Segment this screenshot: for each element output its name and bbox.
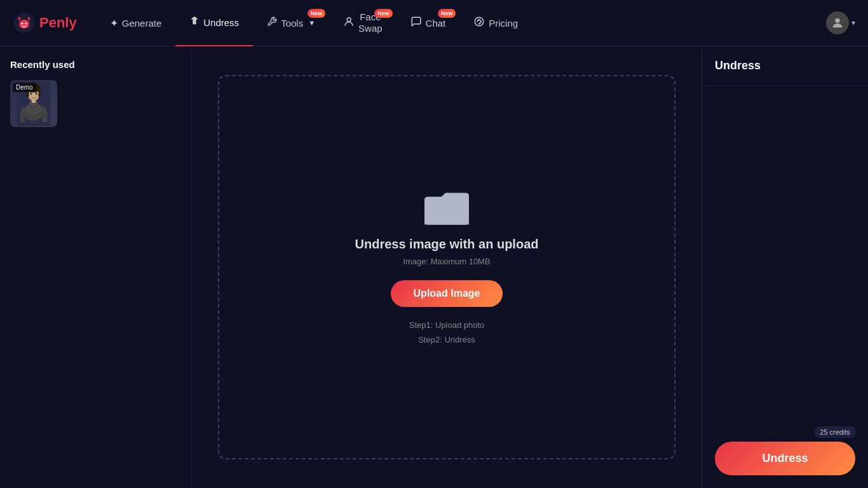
user-menu-arrow-icon[interactable]: ▾ bbox=[851, 18, 855, 27]
svg-point-2 bbox=[22, 23, 24, 25]
right-panel-footer: 25 credits Undress bbox=[702, 414, 868, 488]
right-panel: Undress 25 credits Undress bbox=[702, 46, 868, 488]
svg-rect-10 bbox=[32, 99, 36, 103]
sidebar-title: Recently used bbox=[10, 59, 181, 70]
nav-pricing-label: Pricing bbox=[489, 18, 518, 29]
face-swap-new-badge: New bbox=[374, 9, 393, 18]
nav-item-generate[interactable]: ✦ Generate bbox=[96, 0, 176, 46]
tools-icon bbox=[267, 17, 277, 29]
logo-icon bbox=[13, 11, 36, 34]
nav-undress-label: Undress bbox=[203, 17, 239, 28]
svg-point-3 bbox=[25, 23, 27, 25]
right-panel-body bbox=[702, 86, 868, 414]
svg-point-4 bbox=[347, 18, 351, 22]
nav-item-pricing[interactable]: Pricing bbox=[459, 0, 532, 46]
tools-arrow-icon: ▼ bbox=[308, 19, 315, 27]
credits-info: 25 credits bbox=[715, 426, 855, 438]
svg-point-13 bbox=[36, 92, 38, 95]
svg-point-12 bbox=[30, 92, 32, 95]
nav-item-tools[interactable]: Tools ▼ New bbox=[253, 0, 329, 46]
chat-new-badge: New bbox=[438, 9, 456, 18]
sidebar: Recently used Demo bbox=[0, 46, 192, 488]
upload-dropzone[interactable]: Undress image with an upload Image: Maxi… bbox=[218, 75, 675, 459]
nav-chat-label: Chat bbox=[426, 18, 446, 29]
upload-steps: Step1: Upload photo Step2: Undress bbox=[409, 318, 485, 346]
undress-button[interactable]: Undress bbox=[715, 442, 855, 475]
svg-point-1 bbox=[19, 20, 29, 29]
nav-item-face-swap[interactable]: FaceSwap New bbox=[329, 0, 397, 46]
upload-subtitle: Image: Maximum 10MB bbox=[403, 257, 490, 266]
nav-item-chat[interactable]: Chat New bbox=[397, 0, 460, 46]
chat-icon bbox=[410, 16, 422, 30]
user-area[interactable]: ▾ bbox=[826, 11, 855, 34]
demo-badge: Demo bbox=[13, 83, 36, 92]
upload-title: Undress image with an upload bbox=[355, 237, 539, 252]
logo-text: Penly bbox=[39, 15, 77, 31]
undress-icon bbox=[189, 16, 200, 29]
nav-tools-label: Tools bbox=[281, 18, 303, 29]
avatar[interactable] bbox=[826, 11, 849, 34]
main-nav: ✦ Generate Undress Tools ▼ New bbox=[96, 0, 826, 46]
nav-generate-label: Generate bbox=[122, 18, 162, 29]
upload-image-button[interactable]: Upload Image bbox=[391, 280, 503, 307]
right-panel-title: Undress bbox=[702, 46, 868, 86]
folder-icon bbox=[424, 187, 469, 226]
nav-item-undress[interactable]: Undress bbox=[175, 0, 253, 46]
step2-label: Step2: Undress bbox=[409, 333, 485, 347]
svg-point-6 bbox=[835, 18, 839, 23]
tools-new-badge: New bbox=[308, 9, 326, 18]
header: Penly ✦ Generate Undress Tools ▼ bbox=[0, 0, 868, 46]
main-layout: Recently used Demo bbox=[0, 46, 868, 488]
step1-label: Step1: Upload photo bbox=[409, 318, 485, 332]
face-swap-icon bbox=[343, 16, 355, 30]
main-content: Undress image with an upload Image: Maxi… bbox=[192, 46, 702, 488]
credits-count: 25 credits bbox=[815, 426, 855, 438]
pricing-icon bbox=[473, 16, 485, 30]
svg-rect-16 bbox=[424, 199, 469, 225]
demo-thumbnail[interactable]: Demo bbox=[10, 80, 57, 127]
logo[interactable]: Penly bbox=[13, 11, 77, 34]
generate-icon: ✦ bbox=[110, 17, 118, 29]
